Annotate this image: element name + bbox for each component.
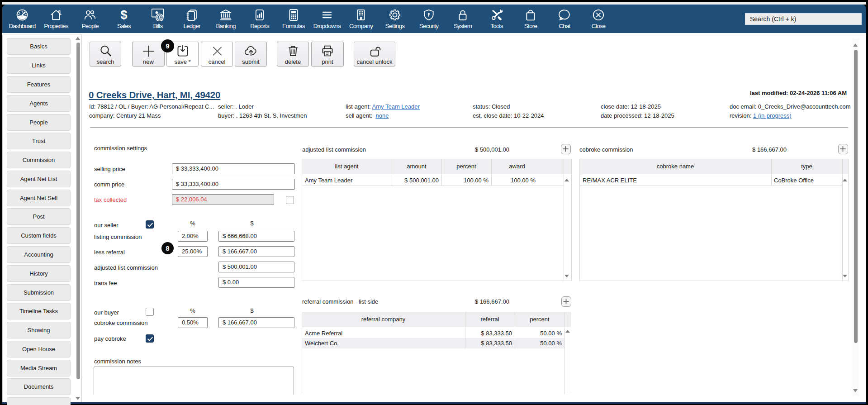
svg-text:$: $	[158, 15, 161, 20]
svg-text:$: $	[121, 9, 128, 21]
